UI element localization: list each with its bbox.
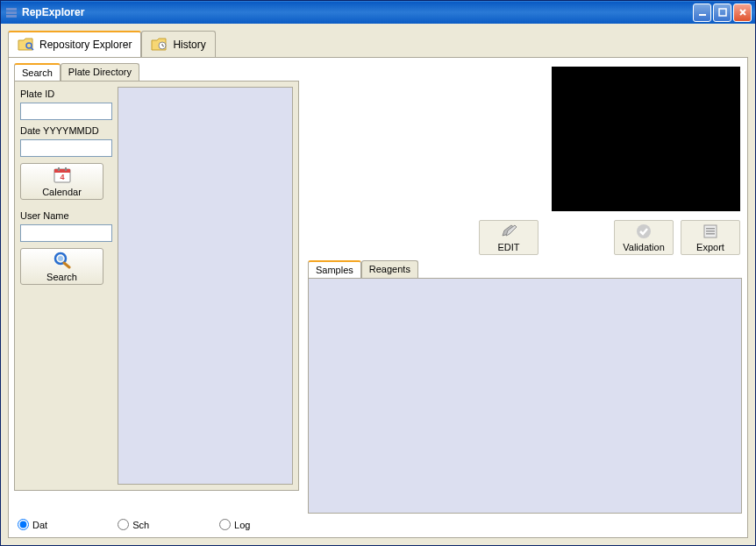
calendar-button-label: Calendar bbox=[42, 187, 82, 197]
svg-rect-17 bbox=[706, 230, 715, 232]
svg-rect-9 bbox=[58, 167, 60, 171]
left-column: Search Plate Directory Plate ID Date YYY… bbox=[14, 63, 299, 514]
date-label: Date YYYYMMDD bbox=[20, 125, 112, 136]
calendar-button[interactable]: 4 Calendar bbox=[20, 163, 103, 200]
app-window: RepExplorer Repository Explorer History bbox=[0, 0, 756, 546]
date-input[interactable] bbox=[20, 139, 112, 157]
action-spacer bbox=[546, 220, 607, 255]
svg-rect-1 bbox=[6, 11, 17, 14]
edit-icon bbox=[499, 223, 518, 241]
svg-point-13 bbox=[58, 256, 63, 261]
subtab-plate-directory-label: Plate Directory bbox=[68, 67, 132, 77]
plate-id-label: Plate ID bbox=[20, 89, 112, 99]
search-form: Plate ID Date YYYYMMDD 4 Calendar User N… bbox=[20, 87, 112, 485]
tab-repository-explorer[interactable]: Repository Explorer bbox=[8, 31, 141, 57]
radio-dat-input[interactable] bbox=[18, 519, 29, 530]
preview-area bbox=[552, 67, 740, 211]
detail-tab-samples[interactable]: Samples bbox=[308, 260, 361, 278]
radio-sch[interactable]: Sch bbox=[118, 519, 149, 530]
subtab-plate-directory[interactable]: Plate Directory bbox=[61, 63, 139, 81]
maximize-button[interactable] bbox=[713, 4, 731, 22]
folder-search-icon bbox=[18, 37, 35, 53]
radio-log-label: Log bbox=[234, 520, 250, 530]
username-input[interactable] bbox=[20, 224, 112, 242]
content-row: Search Plate Directory Plate ID Date YYY… bbox=[14, 63, 742, 514]
validation-button-label: Validation bbox=[623, 242, 665, 252]
search-button-label: Search bbox=[46, 272, 77, 282]
radio-log[interactable]: Log bbox=[219, 519, 250, 530]
tab-history[interactable]: History bbox=[141, 31, 215, 57]
username-label: User Name bbox=[20, 210, 112, 221]
window-body: Repository Explorer History Search Plate… bbox=[1, 24, 755, 545]
subtab-search[interactable]: Search bbox=[14, 63, 61, 81]
detail-tab-reagents-label: Reagents bbox=[369, 264, 410, 274]
folder-history-icon bbox=[151, 37, 168, 53]
sub-tabs: Search Plate Directory bbox=[14, 63, 299, 81]
right-column: EDIT Validation Export Samples bbox=[308, 63, 742, 514]
validation-button[interactable]: Validation bbox=[614, 220, 674, 255]
tab-repository-label: Repository Explorer bbox=[39, 39, 132, 51]
titlebar: RepExplorer bbox=[1, 1, 755, 24]
radio-dat[interactable]: Dat bbox=[18, 519, 47, 530]
window-title: RepExplorer bbox=[22, 6, 693, 18]
check-icon bbox=[635, 223, 653, 241]
radio-sch-label: Sch bbox=[132, 520, 149, 530]
detail-tab-samples-label: Samples bbox=[316, 265, 353, 275]
export-button[interactable]: Export bbox=[681, 220, 740, 255]
svg-text:4: 4 bbox=[60, 173, 64, 181]
export-button-label: Export bbox=[696, 242, 724, 252]
svg-rect-0 bbox=[6, 8, 17, 11]
detail-panel[interactable] bbox=[308, 278, 742, 514]
main-panel: Search Plate Directory Plate ID Date YYY… bbox=[8, 57, 748, 538]
minimize-button[interactable] bbox=[693, 4, 711, 22]
edit-button-label: EDIT bbox=[497, 242, 519, 252]
svg-rect-3 bbox=[699, 14, 706, 16]
app-icon bbox=[4, 5, 18, 19]
tab-history-label: History bbox=[173, 39, 205, 51]
action-buttons: EDIT Validation Export bbox=[308, 220, 742, 255]
search-icon bbox=[53, 252, 72, 271]
radio-dat-label: Dat bbox=[32, 520, 47, 530]
plate-id-input[interactable] bbox=[20, 103, 112, 120]
calendar-icon: 4 bbox=[53, 167, 72, 186]
detail-tab-reagents[interactable]: Reagents bbox=[361, 260, 418, 278]
search-panel: Plate ID Date YYYYMMDD 4 Calendar User N… bbox=[14, 81, 299, 491]
svg-rect-10 bbox=[65, 167, 67, 171]
close-button[interactable] bbox=[733, 4, 752, 22]
export-icon bbox=[702, 223, 719, 241]
search-button[interactable]: Search bbox=[20, 248, 103, 285]
subtab-search-label: Search bbox=[22, 67, 53, 78]
svg-rect-16 bbox=[706, 228, 715, 230]
radio-row: Dat Sch Log bbox=[14, 514, 742, 532]
results-list[interactable] bbox=[118, 87, 293, 485]
top-tabs: Repository Explorer History bbox=[8, 31, 748, 57]
radio-sch-input[interactable] bbox=[118, 519, 129, 530]
detail-tabs: Samples Reagents bbox=[308, 260, 742, 278]
radio-log-input[interactable] bbox=[219, 519, 231, 530]
svg-rect-4 bbox=[719, 9, 726, 16]
svg-rect-18 bbox=[706, 233, 715, 235]
window-controls bbox=[693, 4, 752, 22]
edit-button[interactable]: EDIT bbox=[479, 220, 538, 255]
svg-rect-2 bbox=[6, 15, 17, 18]
